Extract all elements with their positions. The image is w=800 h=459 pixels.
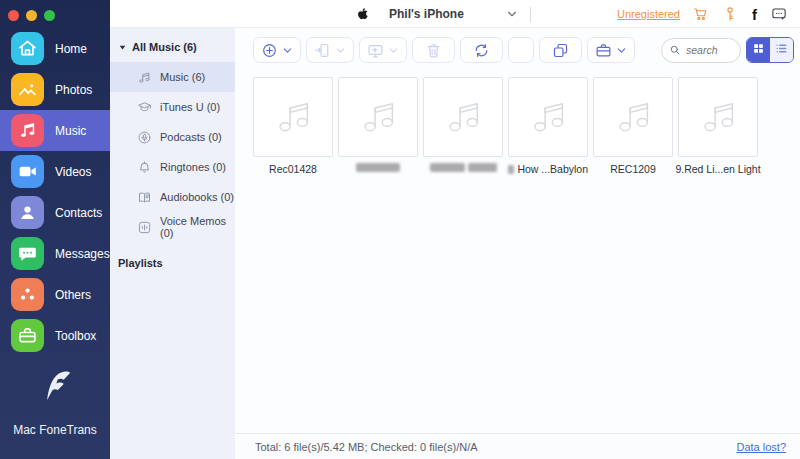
file-name: Rec01428 [253,163,333,175]
redacted-text [508,165,514,174]
refresh-button[interactable] [460,37,503,63]
file-name: 9.Red Li...en Light [678,163,758,175]
sidebar-item-label: Home [55,42,87,56]
playlists-header[interactable]: Playlists [110,242,235,269]
library-list: Music (6)iTunes U (0)Podcasts (0)Rington… [110,62,235,242]
grid-view-button[interactable] [747,38,770,62]
zoom-window-button[interactable] [44,10,55,21]
chevron-down-icon [282,45,293,56]
dedupe-button[interactable] [539,37,582,63]
photos-icon [11,73,44,106]
music-file-card[interactable]: 9.Red Li...en Light [678,77,758,175]
facebook-icon[interactable]: f [751,7,758,22]
music-note-icon [137,70,152,85]
close-window-button[interactable] [8,10,19,21]
library-item-voice-memos[interactable]: Voice Memos (0) [110,212,235,242]
export-to-device-button[interactable] [306,37,354,63]
library-item-label: Voice Memos (0) [160,215,235,239]
sidebar-item-label: Videos [55,165,91,179]
library-item-label: iTunes U (0) [160,101,220,113]
library-item-label: Podcasts (0) [160,131,222,143]
chevron-down-icon [388,45,399,56]
sidebar-item-others[interactable]: Others [0,274,110,315]
window-controls [8,10,55,21]
device-name: Phil's iPhone [389,7,464,21]
library-item-itunes-u[interactable]: iTunes U (0) [110,92,235,122]
sidebar-item-music[interactable]: Music [0,110,110,151]
library-item-ringtones[interactable]: Ringtones (0) [110,152,235,182]
library-item-label: Music (6) [160,71,205,83]
sidebar-item-toolbox[interactable]: Toolbox [0,315,110,356]
register-key-icon[interactable] [722,6,738,22]
podcast-icon [137,130,152,145]
export-to-computer-button[interactable] [359,37,407,63]
ringtone-button[interactable] [508,37,534,63]
contacts-icon [11,196,44,229]
chevron-down-icon[interactable] [506,8,518,20]
collapse-triangle-icon[interactable] [118,43,127,52]
toolbox-button[interactable] [587,37,635,63]
file-name [423,163,503,172]
titlebar-actions: Unregistered f [617,0,787,28]
apple-icon [356,6,370,22]
device-selector[interactable]: Phil's iPhone [356,0,531,28]
sidebar-item-videos[interactable]: Videos [0,151,110,192]
library-item-label: Ringtones (0) [160,161,226,173]
library-item-audiobooks[interactable]: Audiobooks (0) [110,182,235,212]
chevron-down-icon [335,45,346,56]
audiobook-icon [137,190,152,205]
list-view-icon [775,41,788,59]
add-button[interactable] [253,37,301,63]
library-item-music[interactable]: Music (6) [110,62,235,92]
sidebar-item-contacts[interactable]: Contacts [0,192,110,233]
file-name: How ...Babylon [508,163,588,175]
music-note-thumbnail-icon[interactable] [593,77,673,157]
delete-button[interactable] [412,37,455,63]
music-file-card[interactable] [338,77,418,175]
files-grid: Rec01428How ...BabylonREC12099.Red Li...… [235,63,800,175]
redacted-text [430,163,465,172]
minimize-window-button[interactable] [26,10,37,21]
list-view-button[interactable] [770,38,793,62]
music-file-card[interactable]: Rec01428 [253,77,333,175]
toolbar [235,28,800,63]
cart-icon[interactable] [693,6,709,22]
library-group-label: All Music (6) [132,41,197,53]
music-file-card[interactable] [423,77,503,175]
music-file-card[interactable]: How ...Babylon [508,77,588,175]
sidebar-item-photos[interactable]: Photos [0,69,110,110]
unregistered-link[interactable]: Unregistered [617,8,680,20]
music-note-thumbnail-icon[interactable] [423,77,503,157]
library-sidebar: All Music (6) Music (6)iTunes U (0)Podca… [110,28,235,459]
graduation-cap-icon [137,100,152,115]
sidebar-item-label: Toolbox [55,329,96,343]
music-icon [11,114,44,147]
library-group-header[interactable]: All Music (6) [110,28,235,62]
sidebar-item-label: Contacts [55,206,102,220]
redacted-text [468,163,497,172]
others-icon [11,278,44,311]
music-note-thumbnail-icon[interactable] [338,77,418,157]
file-name [338,163,418,172]
music-note-thumbnail-icon[interactable] [678,77,758,157]
status-summary: Total: 6 file(s)/5.42 MB; Checked: 0 fil… [255,441,478,453]
grid-view-icon [752,41,765,59]
app-window: HomePhotosMusicVideosContactsMessagesOth… [0,0,800,459]
search-input[interactable] [686,44,733,56]
sidebar-item-home[interactable]: Home [0,28,110,69]
sidebar-item-messages[interactable]: Messages [0,233,110,274]
main-sidebar: HomePhotosMusicVideosContactsMessagesOth… [0,0,110,459]
music-note-thumbnail-icon[interactable] [508,77,588,157]
music-note-thumbnail-icon[interactable] [253,77,333,157]
music-file-card[interactable]: REC1209 [593,77,673,175]
sidebar-item-label: Others [55,288,91,302]
sidebar-item-label: Music [55,124,86,138]
messages-icon [11,237,44,270]
search-box [661,38,741,63]
file-name: REC1209 [593,163,673,175]
home-icon [11,32,44,65]
library-item-podcasts[interactable]: Podcasts (0) [110,122,235,152]
data-lost-link[interactable]: Data lost? [736,441,786,453]
app-logo-icon [37,391,73,408]
feedback-icon[interactable] [771,6,787,22]
